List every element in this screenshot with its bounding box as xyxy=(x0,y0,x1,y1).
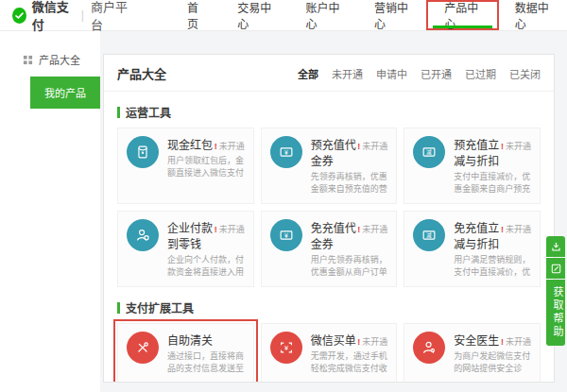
section-title: 支付扩展工具 xyxy=(126,299,194,315)
product-name: 预充值代金券 xyxy=(311,136,358,168)
product-card-prepaid-discount[interactable]: 减 预充值立减与折扣 !未开通 支付中直接减价，优惠金额来自商户预充值的营销经费 xyxy=(404,128,541,204)
status-badge: !未开通 xyxy=(215,140,245,152)
status-label: 未开通 xyxy=(506,142,531,151)
status-badge: !未开通 xyxy=(357,223,387,235)
product-description: 企业向个人付款，付款资金将直接进入用户微信零钱 xyxy=(167,254,245,279)
discount-icon: 减 xyxy=(413,219,445,251)
product-card-security-doctor[interactable]: 安全医生 !未开通 为商户发起微信支付的网站提供安全诊断，出具修复建议 xyxy=(404,323,541,383)
filter-not-opened[interactable]: 未开通 xyxy=(332,66,363,81)
product-description: 无需开发，通过手机轻松完成微信支付收款、对账等操作 xyxy=(311,350,388,375)
product-card-transfer-to-balance[interactable]: 企业付款到零钱 !未开通 企业向个人付款，付款资金将直接进入用户微信零钱 xyxy=(117,211,254,287)
card-body: 预充值代金券 !未开通 先领券再核销，优惠金额来自预充值的营销经费 xyxy=(311,136,388,196)
product-name: 微信买单 xyxy=(311,332,356,348)
product-description: 用户先领券再核销，优惠金额从商户订单实收中扣减 xyxy=(311,254,388,279)
main-nav: 首页 交易中心 账户中心 营销中心 产品中心 数据中心 xyxy=(171,0,567,30)
download-icon xyxy=(550,241,562,253)
payment-extension-cards: 自助清关 通过接口，直接将商品的支付信息发送至海关，提高通关效率 ¥ 微信买单 … xyxy=(104,323,554,383)
product-description: 通过接口，直接将商品的支付信息发送至海关，提高通关效率 xyxy=(167,350,245,375)
feedback-button[interactable] xyxy=(546,258,565,279)
filter-all[interactable]: 全部 xyxy=(298,66,318,81)
status-alert-icon: ! xyxy=(357,225,360,234)
card-body: 微信买单 !未开通 无需开发，通过手机轻松完成微信支付收款、对账等操作 xyxy=(311,332,388,375)
product-name: 免充值代金券 xyxy=(311,219,358,251)
card-body: 免充值代金券 !未开通 用户先领券再核销，优惠金额从商户订单实收中扣减 xyxy=(311,219,388,279)
nav-item-products[interactable]: 产品中心 xyxy=(426,0,498,30)
sidebar-item-my-products[interactable]: 我的产品 xyxy=(30,77,100,109)
section-payment-extensions: 支付扩展工具 xyxy=(117,299,541,315)
card-body: 现金红包 !未开通 用户领取红包后，金额直接进入微信支付零钱 xyxy=(167,136,245,196)
status-alert-icon: ! xyxy=(501,337,504,347)
card-body: 免充值立减与折扣 !未开通 用户满足营销规则，支付中直接减价，优惠金额从商户订单… xyxy=(454,219,531,279)
product-card-wechat-paybill[interactable]: ¥ 微信买单 !未开通 无需开发，通过手机轻松完成微信支付收款、对账等操作 xyxy=(261,323,398,383)
filter-closed[interactable]: 已关闭 xyxy=(509,66,541,81)
nav-item-transactions[interactable]: 交易中心 xyxy=(221,0,289,30)
status-label: 未开通 xyxy=(219,142,245,151)
card-body: 预充值立减与折扣 !未开通 支付中直接减价，优惠金额来自商户预充值的营销经费 xyxy=(454,136,531,196)
svg-text:减: 减 xyxy=(427,231,433,239)
nav-item-home[interactable]: 首页 xyxy=(171,0,221,30)
status-badge: !未开通 xyxy=(501,335,531,348)
product-description: 先领券再核销，优惠金额来自预充值的营销经费 xyxy=(311,171,388,196)
wechat-pay-logo[interactable]: 微信支付 | 商户平台 xyxy=(12,0,133,30)
red-packet-icon xyxy=(127,136,159,168)
filter-opened[interactable]: 已开通 xyxy=(421,66,452,81)
operation-tools-cards: 现金红包 !未开通 用户领取红包后，金额直接进入微信支付零钱 ¥ 预充值代金券 … xyxy=(104,128,554,287)
top-navbar: 微信支付 | 商户平台 首页 交易中心 账户中心 营销中心 产品中心 数据中心 xyxy=(0,0,567,31)
product-card-self-customs[interactable]: 自助清关 通过接口，直接将商品的支付信息发送至海关，提高通关效率 xyxy=(117,323,254,383)
card-body: 自助清关 通过接口，直接将商品的支付信息发送至海关，提高通关效率 xyxy=(167,332,245,375)
filter-expired[interactable]: 已过期 xyxy=(465,66,496,81)
product-description: 用户领取红包后，金额直接进入微信支付零钱 xyxy=(167,155,245,179)
wechat-pay-check-icon xyxy=(12,8,26,24)
svg-text:¥: ¥ xyxy=(284,232,288,239)
edit-icon xyxy=(550,263,562,275)
product-card-free-discount[interactable]: 减 免充值立减与折扣 !未开通 用户满足营销规则，支付中直接减价，优惠金额从商户… xyxy=(404,211,541,287)
svg-text:¥: ¥ xyxy=(284,149,288,156)
sidebar: 产品大全 我的产品 xyxy=(0,31,100,392)
status-label: 未开通 xyxy=(506,225,531,234)
product-description: 为商户发起微信支付的网站提供安全诊断，出具修复建议 xyxy=(454,350,531,375)
scan-pay-icon: ¥ xyxy=(270,332,302,364)
status-alert-icon: ! xyxy=(357,142,360,151)
nav-item-account[interactable]: 账户中心 xyxy=(290,0,358,30)
sidebar-item-all-products[interactable]: 产品大全 xyxy=(0,44,100,77)
customs-tools-icon xyxy=(127,332,159,364)
product-name: 自助清关 xyxy=(167,332,213,348)
svg-text:¥: ¥ xyxy=(284,344,289,352)
status-badge: !未开通 xyxy=(357,335,387,348)
product-card-prepaid-voucher[interactable]: ¥ 预充值代金券 !未开通 先领券再核销，优惠金额来自预充值的营销经费 xyxy=(261,128,398,204)
status-label: 未开通 xyxy=(362,142,387,151)
product-description: 用户满足营销规则，支付中直接减价，优惠金额从商户订单实收中扣减 xyxy=(454,254,531,279)
card-body: 安全医生 !未开通 为商户发起微信支付的网站提供安全诊断，出具修复建议 xyxy=(454,332,531,375)
transfer-icon xyxy=(127,219,159,251)
help-widget: 获取帮助 xyxy=(546,236,565,346)
main-wrapper: 产品大全 全部 未开通 申请中 已开通 已过期 已关闭 运营工具 xyxy=(100,31,567,392)
section-operation-tools: 运营工具 xyxy=(117,104,541,120)
product-name: 免充值立减与折扣 xyxy=(454,219,501,251)
nav-item-marketing[interactable]: 营销中心 xyxy=(358,0,426,30)
platform-title: 商户平台 xyxy=(91,0,133,33)
section-accent-bar xyxy=(117,107,120,118)
status-badge: !未开通 xyxy=(215,223,245,235)
brand-title: 微信支付 xyxy=(32,0,75,33)
card-body: 企业付款到零钱 !未开通 企业向个人付款，付款资金将直接进入用户微信零钱 xyxy=(167,219,245,279)
security-doctor-icon xyxy=(413,332,445,364)
discount-icon: 减 xyxy=(413,136,445,168)
section-title: 运营工具 xyxy=(126,104,171,120)
voucher-icon: ¥ xyxy=(270,136,302,168)
status-badge: !未开通 xyxy=(501,223,531,235)
merchant-platform-page: 微信支付 | 商户平台 首页 交易中心 账户中心 营销中心 产品中心 数据中心 … xyxy=(0,0,567,392)
logo-divider: | xyxy=(81,9,84,22)
product-name: 现金红包 xyxy=(167,136,213,152)
product-card-cash-redpacket[interactable]: 现金红包 !未开通 用户领取红包后，金额直接进入微信支付零钱 xyxy=(117,128,254,204)
status-alert-icon: ! xyxy=(501,225,504,234)
get-help-button[interactable]: 获取帮助 xyxy=(546,280,565,346)
status-label: 未开通 xyxy=(362,225,387,234)
service-button[interactable] xyxy=(546,236,565,257)
status-alert-icon: ! xyxy=(215,142,217,151)
filter-applying[interactable]: 申请中 xyxy=(376,66,407,81)
nav-item-data[interactable]: 数据中心 xyxy=(499,0,567,30)
status-label: 未开通 xyxy=(362,337,387,347)
voucher-icon: ¥ xyxy=(270,219,302,251)
product-name: 企业付款到零钱 xyxy=(167,219,215,251)
product-card-free-voucher[interactable]: ¥ 免充值代金券 !未开通 用户先领券再核销，优惠金额从商户订单实收中扣减 xyxy=(261,211,398,287)
